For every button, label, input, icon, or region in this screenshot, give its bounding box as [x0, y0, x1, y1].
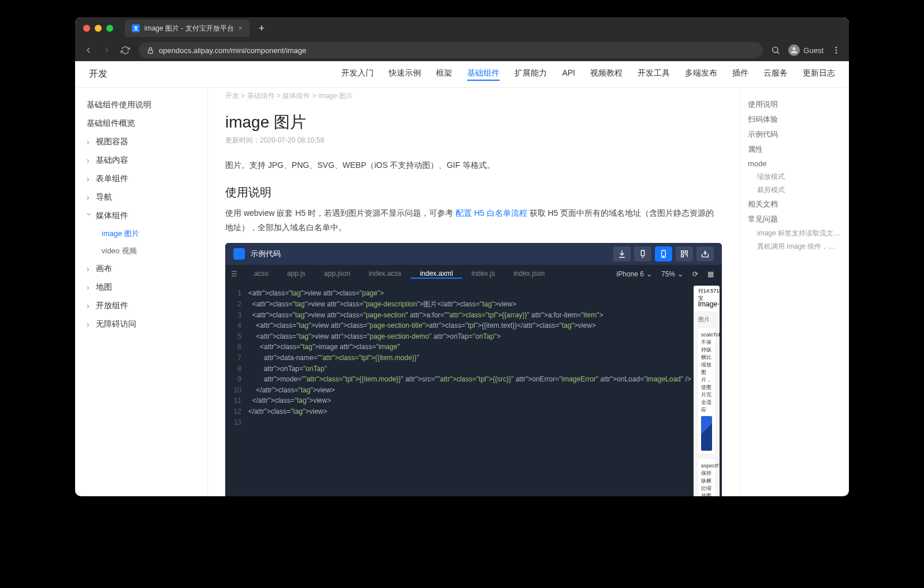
url-field[interactable]: opendocs.alipay.com/mini/component/image [139, 42, 763, 58]
device-selector[interactable]: iPhone 6 ⌄ [617, 270, 652, 278]
topnav-item[interactable]: 更新日志 [803, 68, 835, 81]
sidebar-item[interactable]: 基础组件概览 [75, 114, 207, 133]
topnav-item[interactable]: 多端发布 [685, 68, 717, 81]
sidebar-group[interactable]: 视图容器 [75, 133, 207, 151]
topnav-item[interactable]: API [562, 68, 575, 81]
file-tab[interactable]: app.js [278, 269, 315, 278]
file-tab[interactable]: index.js [462, 269, 504, 278]
window-close-icon[interactable] [83, 25, 90, 32]
topnav-item[interactable]: 视频教程 [590, 68, 623, 81]
profile-button[interactable]: Guest [788, 44, 824, 56]
sidebar-child-item[interactable]: image 图片 [75, 225, 207, 242]
page-description: 图片。支持 JPG、PNG、SVG、WEBP（iOS 不支持动图）、GIF 等格… [225, 160, 722, 171]
sidebar-group[interactable]: 画布 [75, 260, 207, 278]
sidebar-group[interactable]: 无障碍访问 [75, 315, 207, 334]
file-tab[interactable]: index.json [504, 269, 554, 278]
share-button[interactable] [696, 246, 714, 261]
svg-rect-10 [685, 251, 687, 253]
sidebar-group[interactable]: 导航 [75, 188, 207, 207]
phone-preview-button[interactable] [655, 246, 672, 261]
zoom-selector[interactable]: 75% ⌄ [661, 270, 683, 278]
sidebar-item[interactable]: 基础组件使用说明 [75, 96, 207, 114]
topnav-item[interactable]: 框架 [436, 68, 452, 81]
file-tab[interactable]: index.acss [359, 269, 411, 278]
svg-point-1 [773, 47, 778, 53]
update-time: 更新时间：2020-07-20 08:10:58 [225, 136, 722, 145]
more-icon[interactable]: ⋯ [717, 300, 720, 308]
sidebar-group[interactable]: 媒体组件 [75, 207, 207, 225]
code-line: 2 <attr">class="tag">view attr">class="p… [225, 299, 691, 310]
menu-icon[interactable] [832, 46, 841, 55]
chevron-down-icon: ⌄ [646, 270, 652, 278]
code-ide: 示例代码 ☰ .acssapp.jsapp.jsonindex.acssinde [225, 243, 722, 496]
sidebar-child-item[interactable]: video 视频 [75, 242, 207, 260]
page-title: image 图片 [225, 111, 722, 133]
topnav-item[interactable]: 扩展能力 [515, 68, 547, 81]
close-icon[interactable]: × [239, 24, 243, 32]
window-minimize-icon[interactable] [95, 25, 102, 32]
back-button[interactable] [83, 45, 94, 55]
sidebar-group[interactable]: 基础内容 [75, 151, 207, 170]
sim-demo-card[interactable]: scaleToFill：不保持纵横比缩放图片，使图片完全适应 [697, 327, 716, 455]
simulator-panel: 支付宝 14:57 100% Image ⋯ ⊙ [694, 286, 720, 496]
file-tab[interactable]: app.json [315, 269, 359, 278]
toc-item[interactable]: mode [748, 157, 841, 170]
window-maximize-icon[interactable] [106, 25, 113, 32]
code-line: 1<attr">class="tag">view attr">class="pa… [225, 288, 691, 299]
file-tree-toggle[interactable]: ☰ [225, 270, 243, 278]
device-toggle-button[interactable] [634, 246, 651, 261]
toc-subitem[interactable]: 裁剪模式 [748, 183, 841, 197]
sidebar-group[interactable]: 地图 [75, 278, 207, 297]
topnav-item[interactable]: 快速示例 [389, 68, 421, 81]
toc-subitem[interactable]: 缩放模式 [748, 170, 841, 183]
code-editor[interactable]: 1<attr">class="tag">view attr">class="pa… [225, 283, 691, 496]
reload-button[interactable] [120, 45, 131, 55]
svg-point-4 [836, 50, 837, 51]
page-content: 开发 开发入门快速示例框架基础组件扩展能力API视频教程开发工具多端发布插件云服… [75, 61, 849, 496]
whitelist-link[interactable]: 配置 H5 白名单流程 [456, 208, 527, 218]
download-button[interactable] [613, 246, 631, 261]
site-brand[interactable]: 开发 [89, 68, 107, 80]
toc-item[interactable]: 相关文档 [748, 197, 841, 212]
toc-subitem[interactable]: image 标签支持读取流文… [748, 227, 841, 240]
topnav-item[interactable]: 基础组件 [467, 68, 500, 81]
code-line: 10 </attr">class="tag">view> [225, 385, 691, 396]
forward-button[interactable] [102, 45, 112, 55]
topnav-item[interactable]: 开发工具 [638, 68, 670, 81]
browser-tab[interactable]: 支 image 图片 - 支付宝开放平台 × [125, 20, 249, 37]
toc-item[interactable]: 示例代码 [748, 127, 841, 142]
topnav-item[interactable]: 开发入门 [341, 68, 374, 81]
file-tab[interactable]: .acss [243, 269, 278, 278]
tab-title: image 图片 - 支付宝开放平台 [144, 24, 234, 33]
qr-button[interactable] [676, 246, 693, 261]
svg-point-5 [836, 52, 837, 54]
chevron-down-icon: ⌄ [677, 270, 683, 278]
new-tab-button[interactable]: + [259, 23, 265, 35]
sim-demo-card[interactable]: aspectFit：保持纵横比缩放图片，使图片的长边能完全显示出来 [697, 458, 716, 496]
topnav-item[interactable]: 云服务 [763, 68, 788, 81]
sim-image [701, 416, 712, 451]
svg-rect-0 [148, 50, 153, 53]
sidebar-group[interactable]: 表单组件 [75, 170, 207, 188]
grid-view-button[interactable]: ▦ [707, 270, 714, 278]
topnav-item[interactable]: 插件 [732, 68, 748, 81]
code-line: 9 attr">mode=""attr">class="tpl">{{item.… [225, 374, 691, 385]
guest-label: Guest [803, 46, 824, 55]
toc-subitem[interactable]: 真机调用 image 组件，… [748, 240, 841, 253]
code-line: 4 <attr">class="tag">view attr">class="p… [225, 320, 691, 331]
sidebar-group[interactable]: 开放组件 [75, 297, 207, 315]
code-line: 8 attr">onTap="onTap" [225, 364, 691, 374]
toc-item[interactable]: 常见问题 [748, 212, 841, 227]
toc-item[interactable]: 使用说明 [748, 97, 841, 112]
svg-point-8 [663, 256, 664, 257]
svg-point-2 [793, 47, 796, 50]
file-tab[interactable]: index.axml [411, 269, 462, 279]
address-bar: opendocs.alipay.com/mini/component/image… [75, 39, 849, 61]
window-titlebar: 支 image 图片 - 支付宝开放平台 × + [75, 17, 849, 39]
sim-header: Image ⋯ ⊙ [694, 296, 720, 312]
search-icon[interactable] [771, 46, 780, 55]
toc-item[interactable]: 属性 [748, 142, 841, 157]
breadcrumb: 开发 > 基础组件 > 媒体组件 > image 图片 [225, 88, 722, 104]
toc-item[interactable]: 扫码体验 [748, 112, 841, 127]
refresh-sim-button[interactable]: ⟳ [692, 270, 698, 278]
